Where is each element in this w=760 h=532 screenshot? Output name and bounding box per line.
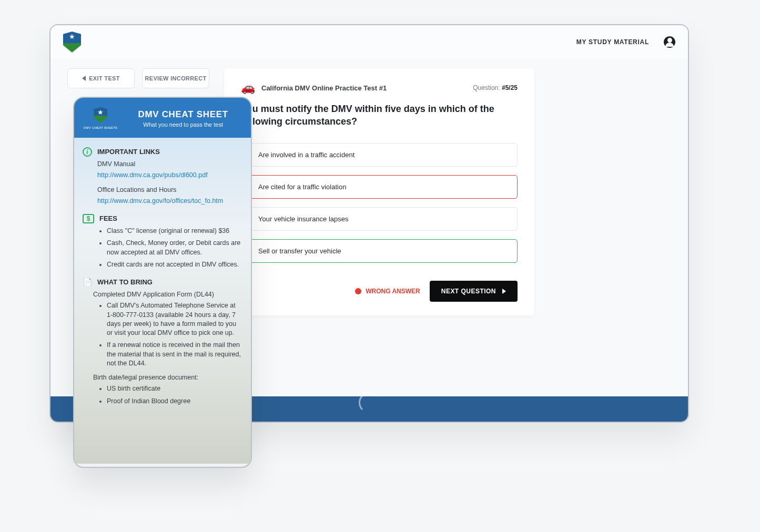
answer-text: Sell or transfer your vehicle [258,247,341,255]
what-to-bring-section: 📄 WHAT TO BRING Completed DMV Applicatio… [83,278,242,406]
cheat-sheet-window: DMV CHEAT SHEETS DMV CHEAT SHEET What yo… [73,97,252,468]
next-question-label: NEXT QUESTION [441,288,496,295]
quiz-title: California DMV Online Practice Test #1 [261,84,387,92]
brand-text: DMV CHEAT SHEETS [84,126,117,129]
list-item: Class "C" license (original or renewal) … [107,227,242,236]
office-locations-link[interactable]: http://www.dmv.ca.gov/fo/offices/toc_fo.… [97,197,223,204]
study-material-link[interactable]: MY STUDY MATERIAL [576,38,649,46]
list-item: Proof of Indian Blood degree [107,397,242,406]
link-label: Office Locations and Hours [97,186,242,195]
list-item: Call DMV's Automated Telephone Service a… [107,301,242,337]
cheat-sheet-subtitle: What you need to pass the test [125,121,241,128]
list-item: US birth certificate [107,384,242,393]
next-question-button[interactable]: NEXT QUESTION [430,281,518,302]
answer-list: Are involved in a traffic accident Are c… [241,143,518,263]
brand-shield-icon [63,32,81,53]
chevron-left-icon [82,76,86,81]
answer-text: Your vehicle insurance lapses [258,215,349,223]
cheat-sheet-title: DMV CHEAT SHEET [125,109,241,120]
exit-test-label: EXIT TEST [89,75,120,81]
question-counter: Question: #5/25 [473,84,518,91]
dot-icon [355,288,361,294]
list-item: If a renewal notice is received in the m… [107,341,242,368]
car-icon: 🚗 [241,81,255,95]
brand-shield-icon [94,107,107,123]
birth-intro: Birth date/legal presence document: [93,373,242,382]
bring-intro: Completed DMV Application Form (DL44) [93,290,242,299]
cheat-sheet-header: DMV CHEAT SHEETS DMV CHEAT SHEET What yo… [74,98,251,138]
answer-text: Are involved in a traffic accident [258,151,354,159]
wrong-answer-badge: WRONG ANSWER [355,288,420,295]
answer-option[interactable]: Are cited for a traffic violation [241,175,518,199]
section-heading: WHAT TO BRING [97,278,153,287]
dmv-manual-link[interactable]: http://www.dmv.ca.gov/pubs/dl600.pdf [97,171,208,179]
list-item: Cash, Check, Money order, or Debit cards… [107,239,242,257]
important-links-section: i IMPORTANT LINKS DMV Manual http://www.… [83,147,242,206]
answer-text: Are cited for a traffic violation [258,183,346,191]
link-label: DMV Manual [97,160,242,169]
question-text: You must notify the DMV within five days… [241,103,518,128]
answer-option[interactable]: Sell or transfer your vehicle [241,239,518,263]
answer-option[interactable]: Are involved in a traffic accident [241,143,518,167]
quiz-card: 🚗 California DMV Online Practice Test #1… [224,68,534,315]
chevron-right-icon [502,289,506,294]
exit-test-button[interactable]: EXIT TEST [67,68,135,88]
review-incorrect-label: REVIEW INCORRECT [145,75,206,81]
section-heading: FEES [99,214,117,223]
review-incorrect-button[interactable]: REVIEW INCORRECT [142,68,209,88]
document-icon: 📄 [83,278,92,287]
cash-icon: $ [83,214,94,223]
top-bar: MY STUDY MATERIAL [50,25,688,59]
user-icon[interactable] [664,36,675,48]
info-icon: i [83,147,92,157]
fees-section: $ FEES Class "C" license (original or re… [83,214,242,269]
list-item: Credit cards are not accepted in DMV off… [107,260,242,269]
section-heading: IMPORTANT LINKS [97,147,160,157]
answer-option[interactable]: Your vehicle insurance lapses [241,207,518,231]
